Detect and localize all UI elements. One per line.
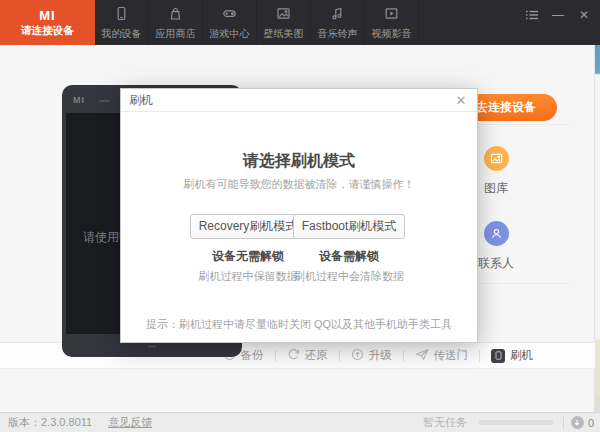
dialog-titlebar: 刷机 ✕ [121, 89, 477, 112]
close-icon[interactable]: ✕ [576, 7, 592, 23]
gamepad-icon [222, 6, 237, 25]
header-bar: MI 请连接设备 我的设备 应用商店 游戏中心 [0, 0, 600, 45]
tab-label: 音乐铃声 [318, 28, 358, 39]
fastboot-option: Fastboot刷机模式 设备需解锁 刷机过程中会清除数据 [274, 214, 424, 284]
toolbar-label: 备份 [241, 348, 264, 363]
window-controls: — ✕ [524, 0, 592, 30]
nav-tabs: 我的设备 应用商店 游戏中心 壁纸美图 [95, 0, 419, 45]
picture-icon [276, 6, 291, 25]
contacts-person-icon [484, 221, 509, 246]
dialog-heading: 请选择刷机模式 [121, 151, 477, 172]
flash-icon [491, 349, 505, 363]
flash-button[interactable]: 刷机 [491, 348, 533, 363]
divider [480, 283, 570, 284]
tab-video[interactable]: 视频影音 [365, 0, 419, 45]
tab-label: 游戏中心 [210, 28, 250, 39]
tab-music[interactable]: 音乐铃声 [311, 0, 365, 45]
toolbar-label: 刷机 [510, 348, 533, 363]
tab-app-store[interactable]: 应用商店 [149, 0, 203, 45]
divider [479, 350, 480, 362]
divider [275, 350, 276, 362]
toolbar-label: 还原 [305, 348, 328, 363]
feedback-link[interactable]: 意见反馈 [108, 415, 152, 430]
dialog-title: 刷机 [129, 92, 153, 109]
upgrade-button[interactable]: 升级 [351, 348, 392, 363]
status-bar: 版本：2.3.0.8011 意见反馈 暂无任务 0 [0, 412, 600, 432]
phone-mi-logo: MI [73, 95, 85, 105]
phone-home-button [148, 345, 156, 348]
fastboot-option-desc: 刷机过程中会清除数据 [274, 269, 424, 284]
dialog-close-icon[interactable]: ✕ [453, 92, 469, 108]
tab-label: 应用商店 [156, 28, 196, 39]
divider [563, 417, 564, 429]
task-status-text: 暂无任务 [423, 415, 467, 430]
restore-icon [287, 348, 300, 363]
tab-label: 我的设备 [102, 28, 142, 39]
minimize-icon[interactable]: — [550, 7, 566, 23]
divider [480, 124, 570, 125]
toolbar-label: 升级 [369, 348, 392, 363]
tab-wallpapers[interactable]: 壁纸美图 [257, 0, 311, 45]
mi-logo: MI [39, 9, 55, 22]
dialog-tip-text: 提示：刷机过程中请尽量临时关闭 QQ以及其他手机助手类工具 [121, 317, 477, 332]
tab-label: 壁纸美图 [264, 28, 304, 39]
divider [339, 350, 340, 362]
portal-button[interactable]: 传送门 [415, 348, 469, 363]
menu-list-icon[interactable] [524, 7, 540, 23]
portal-plane-icon [415, 348, 429, 363]
bag-icon [168, 6, 183, 25]
flash-mode-dialog: 刷机 ✕ 请选择刷机模式 刷机有可能导致您的数据被清除，请谨慎操作！ Recov… [120, 88, 478, 343]
download-icon[interactable] [571, 416, 584, 429]
version-text: 版本：2.3.0.8011 [8, 415, 92, 430]
restore-button[interactable]: 还原 [287, 348, 328, 363]
dialog-warning-text: 刷机有可能导致您的数据被清除，请谨慎操作！ [121, 177, 477, 192]
upgrade-icon [351, 348, 364, 363]
tab-label: 视频影音 [372, 28, 412, 39]
gallery-picture-icon [484, 146, 509, 171]
divider [403, 350, 404, 362]
app-window: MI 请连接设备 我的设备 应用商店 游戏中心 [0, 0, 600, 432]
tab-game-center[interactable]: 游戏中心 [203, 0, 257, 45]
tab-my-device[interactable]: 我的设备 [95, 0, 149, 45]
task-progress-bar [479, 420, 553, 425]
download-count: 0 [588, 417, 594, 429]
phone-icon [114, 6, 129, 25]
fastboot-mode-button[interactable]: Fastboot刷机模式 [293, 214, 406, 239]
music-icon [330, 6, 345, 25]
fastboot-option-subtitle: 设备需解锁 [274, 248, 424, 265]
connect-status-label: 请连接设备 [21, 24, 74, 36]
brand-block[interactable]: MI 请连接设备 [0, 0, 95, 45]
task-area: 暂无任务 0 [423, 415, 600, 430]
video-icon [384, 6, 399, 25]
toolbar-label: 传送门 [434, 348, 469, 363]
version-area: 版本：2.3.0.8011 意见反馈 [0, 415, 152, 430]
background-window-sliver [595, 45, 600, 432]
phone-speaker [99, 100, 110, 102]
